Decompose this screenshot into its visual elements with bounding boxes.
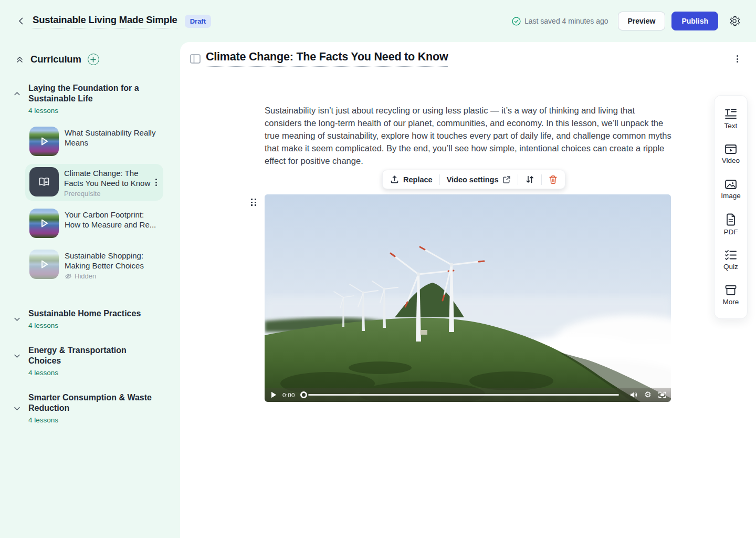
more-blocks-button[interactable]: More <box>715 277 747 313</box>
add-section-button[interactable] <box>88 54 99 65</box>
lesson-subtitle: Prerequisite <box>64 190 153 198</box>
play-button[interactable] <box>269 391 278 399</box>
save-status: Last saved 4 minutes ago <box>512 17 608 26</box>
top-bar-actions: Last saved 4 minutes ago Preview Publish <box>512 12 742 30</box>
preview-button[interactable]: Preview <box>618 12 666 30</box>
play-overlay-icon <box>29 209 59 238</box>
curriculum-section[interactable]: Smarter Consumption & Waste Reduction 4 … <box>0 392 172 424</box>
lesson-title-field[interactable]: Climate Change: The Facts You Need to Kn… <box>206 50 448 67</box>
curriculum-header: Curriculum <box>0 54 172 65</box>
palette-label: Video <box>722 157 740 164</box>
chevron-down-icon[interactable] <box>12 350 22 361</box>
lesson-item-hidden[interactable]: Sustainable Shopping: Making Better Choi… <box>29 250 172 280</box>
video-thumbnail <box>29 127 59 156</box>
video-control-bar: 0:00 ⚙ <box>265 388 671 402</box>
archive-box-icon <box>724 285 737 296</box>
lesson-header: Climate Change: The Facts You Need to Kn… <box>180 50 756 68</box>
top-bar: Sustainable Living Made Simple Draft Las… <box>0 0 756 42</box>
lesson-editor-canvas: Climate Change: The Facts You Need to Kn… <box>180 42 756 538</box>
settings-button[interactable] <box>727 13 742 29</box>
lesson-item-selected[interactable]: Climate Change: The Facts You Need to Kn… <box>25 164 163 201</box>
trash-icon <box>549 175 558 184</box>
pdf-block-icon <box>726 213 736 226</box>
toolbar-divider <box>541 174 542 185</box>
quality-settings-button[interactable]: ⚙ <box>645 391 652 399</box>
section-title: Energy & Transportation Choices <box>28 345 153 366</box>
add-video-block-button[interactable]: Video <box>715 137 747 172</box>
publish-button[interactable]: Publish <box>671 12 718 30</box>
lesson-options-button[interactable] <box>734 53 740 65</box>
move-block-button[interactable] <box>525 175 534 184</box>
lesson-paragraph[interactable]: Sustainability isn’t just about recyclin… <box>265 104 672 167</box>
collapse-all-button[interactable] <box>14 54 25 65</box>
quiz-checklist-icon <box>724 249 737 261</box>
chevron-left-icon <box>17 17 25 25</box>
scrubber-handle[interactable] <box>300 391 307 398</box>
section-title: Laying the Foundation for a Sustainable … <box>28 83 153 104</box>
kebab-icon <box>155 179 157 186</box>
add-image-block-button[interactable]: Image <box>715 172 747 207</box>
replace-label: Replace <box>403 175 433 184</box>
lesson-title: Your Carbon Footprint: How to Measure an… <box>65 210 158 230</box>
check-circle-icon <box>512 17 521 26</box>
add-text-block-button[interactable]: Text <box>715 101 747 137</box>
double-chevron-up-icon <box>15 55 24 64</box>
video-settings-button[interactable]: Video settings <box>447 175 511 184</box>
curriculum-title: Curriculum <box>30 54 81 65</box>
progress-bar[interactable] <box>308 394 619 396</box>
section-header[interactable]: Laying the Foundation for a Sustainable … <box>28 83 153 115</box>
hidden-label: Hidden <box>75 272 96 280</box>
sort-arrows-icon <box>525 175 534 184</box>
fullscreen-button[interactable] <box>658 391 666 398</box>
section-title: Smarter Consumption & Waste Reduction <box>28 392 153 413</box>
toolbar-divider <box>518 174 518 185</box>
last-saved-text: Last saved 4 minutes ago <box>524 17 608 25</box>
back-button[interactable] <box>14 14 28 28</box>
curriculum-section[interactable]: Sustainable Home Practices 4 lessons <box>0 308 172 329</box>
chevron-down-icon[interactable] <box>12 403 22 413</box>
video-thumbnail <box>29 209 59 238</box>
lesson-list: What Sustainability Really Means Climate… <box>0 127 172 288</box>
video-block-toolbar: Replace Video settings <box>382 170 565 189</box>
lesson-menu-button[interactable] <box>153 177 159 188</box>
eye-off-icon <box>65 273 72 280</box>
curriculum-section[interactable]: Laying the Foundation for a Sustainable … <box>0 83 172 115</box>
panel-layout-icon <box>190 54 201 64</box>
block-palette: Text Video Image PDF <box>714 95 748 319</box>
palette-label: Quiz <box>723 263 738 271</box>
section-title: Sustainable Home Practices <box>28 308 141 319</box>
section-lesson-count: 4 lessons <box>28 322 141 329</box>
replace-button[interactable]: Replace <box>390 175 433 184</box>
add-quiz-block-button[interactable]: Quiz <box>715 242 747 277</box>
volume-button[interactable] <box>630 391 638 398</box>
palette-label: More <box>723 298 739 306</box>
status-badge: Draft <box>185 15 211 28</box>
kebab-icon <box>737 55 738 63</box>
current-time: 0:00 <box>282 392 295 398</box>
toolbar-divider <box>439 174 440 185</box>
gear-icon <box>729 15 740 27</box>
course-title[interactable]: Sustainable Living Made Simple <box>33 14 177 28</box>
section-header[interactable]: Energy & Transportation Choices 4 lesson… <box>28 345 153 377</box>
lesson-item-video[interactable]: Your Carbon Footprint: How to Measure an… <box>29 209 172 238</box>
curriculum-section[interactable]: Energy & Transportation Choices 4 lesson… <box>0 345 172 377</box>
lesson-subtitle: Hidden <box>65 272 158 280</box>
section-lesson-count: 4 lessons <box>28 416 153 424</box>
block-drag-handle[interactable] <box>249 197 258 208</box>
chevron-up-icon[interactable] <box>12 88 22 99</box>
add-pdf-block-button[interactable]: PDF <box>715 207 747 242</box>
palette-label: Text <box>724 122 738 130</box>
sidebar-toggle-button[interactable] <box>190 54 201 64</box>
video-player[interactable]: 0:00 ⚙ <box>265 194 671 402</box>
section-lesson-count: 4 lessons <box>28 107 153 115</box>
delete-block-button[interactable] <box>549 175 558 184</box>
section-header[interactable]: Smarter Consumption & Waste Reduction 4 … <box>28 392 153 424</box>
lesson-item-video[interactable]: What Sustainability Really Means <box>29 127 172 156</box>
section-header[interactable]: Sustainable Home Practices 4 lessons <box>28 308 141 329</box>
palette-label: Image <box>721 192 741 200</box>
plus-icon <box>90 57 96 63</box>
chevron-down-icon[interactable] <box>12 314 22 324</box>
video-settings-label: Video settings <box>447 175 499 184</box>
text-block-icon <box>724 108 737 120</box>
video-poster-wind-turbines <box>265 194 671 402</box>
